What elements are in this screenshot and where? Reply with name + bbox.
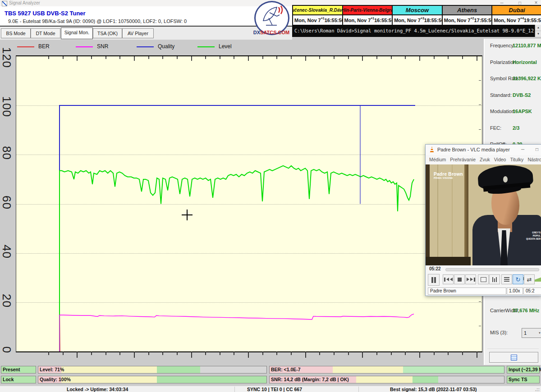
vlc-speed-field[interactable]: 1.00x [507, 287, 523, 295]
tab-dt-mode[interactable]: DT Mode [31, 28, 60, 38]
mis-dropdown[interactable]: 1 ▼ [522, 328, 541, 338]
legend-line-snr [76, 46, 93, 47]
clock-time: 17:55:50 [474, 18, 494, 23]
clock-time: 19:55:50 [524, 18, 541, 23]
clock-utc-offset: +2 [470, 17, 474, 20]
tab-tsa-ok-[interactable]: TSA (OK) [93, 28, 122, 38]
equalizer-button[interactable] [489, 274, 500, 284]
param-value: 31396,922 KS/s [513, 76, 541, 81]
clock-date: Mon, Nov 7 [444, 18, 471, 23]
vlc-menu-n-stroje[interactable]: Nástroje [527, 157, 541, 162]
clock-utc-offset: +1 [321, 17, 325, 20]
x-axis-tick [477, 351, 477, 358]
meter-zone [438, 376, 504, 383]
x-axis-tick [205, 351, 206, 355]
x-axis-tick-top [434, 56, 435, 59]
tab-signal-mon-[interactable]: Signal Mon. [61, 27, 93, 39]
signal-chart [16, 55, 482, 352]
tab-av-player[interactable]: AV Player [122, 28, 154, 38]
vlc-menu-zvuk[interactable]: Zvuk [480, 157, 490, 162]
vlc-video-frame[interactable]: Padre Brown PRIMA VISIONE GREY'SPOPULQUE… [426, 164, 541, 265]
tab-bs-mode[interactable]: BS Mode [1, 28, 31, 38]
param-value: 12110,877 MHz [513, 43, 541, 48]
clock-dubai: DubaiMon, Nov 7+419:55:50 [492, 6, 541, 26]
shuffle-button[interactable]: ⇄ [524, 274, 535, 284]
stop-button[interactable] [454, 274, 465, 284]
logo-text-rest: SATCS.COM [260, 30, 289, 35]
prev-button[interactable] [443, 274, 454, 284]
clock-time-row: Mon, Nov 7+419:55:50 [492, 15, 541, 25]
x-axis-tick-top [276, 56, 277, 59]
clock-time-row: Mon, Nov 7+116:55:50 [293, 15, 342, 25]
x-axis-tick [91, 351, 92, 355]
clock-time: 18:55:50 [424, 18, 444, 23]
next-button[interactable] [465, 274, 476, 284]
vlc-status-bar: Padre Brown 1.00x 05:2 [426, 287, 541, 295]
vlc-minimize-button[interactable]: ─ [521, 147, 524, 152]
command-prompt-scrollbar[interactable]: ▲ ▼ [535, 25, 541, 37]
param-value: DVB-S2 [513, 92, 531, 98]
x-axis-tick-top [134, 56, 135, 61]
legend-line-level [197, 46, 215, 47]
fullscreen-button[interactable] [478, 274, 489, 284]
vlc-menu-video[interactable]: Video [494, 157, 506, 162]
statusbar-separator [358, 387, 359, 392]
vlc-menu-titulky[interactable]: Titulky [510, 157, 523, 162]
meter-zone [403, 366, 504, 373]
command-prompt-text: C:\Users\Roman Dávid>Signal monitoring_P… [294, 28, 541, 33]
dxsatcs-logo: DXSATCS.COM [251, 1, 292, 38]
x-axis-tick-top [391, 56, 392, 59]
mis-label: MIS (3): [490, 330, 508, 335]
legend-line-ber [17, 46, 34, 47]
x-axis-tick-top [177, 56, 178, 59]
clock-date: Mon, Nov 7 [344, 18, 371, 23]
x-axis-tick [162, 351, 163, 355]
clock-moscow: MoscowMon, Nov 7+318:55:50 [393, 6, 443, 26]
mis-selected-value: 1 [524, 330, 527, 336]
clock-utc-offset: +3 [421, 17, 424, 20]
x-axis-tick [334, 351, 335, 355]
command-prompt[interactable]: C:\Users\Roman Dávid>Signal monitoring_P… [292, 25, 541, 37]
x-axis-tick-top [48, 56, 49, 59]
status-meter-row-2: LockQuality: 100%SNR: 14,2 dB (Margin: 7… [0, 376, 541, 383]
uptime-status: Locked -> Uptime: 34:03:34 [67, 387, 128, 392]
indicator-lock: Lock [1, 376, 36, 383]
scroll-down-icon[interactable]: ▼ [535, 31, 541, 37]
vlc-title-bar[interactable]: Padre Brown - VLC media player ─ □ [426, 145, 541, 155]
pause-button[interactable] [428, 274, 440, 286]
meter-zone [356, 376, 413, 383]
x-axis-tick-top [220, 56, 220, 59]
resize-grip[interactable]: .:: [535, 387, 540, 392]
legend-label-ber: BER [38, 43, 50, 50]
clock-lu-enec-slovakia-r-d-vid: Lučenec-Slovakia_R.DávidMon, Nov 7+116:5… [293, 6, 343, 26]
x-axis-tick-top [77, 56, 78, 61]
next-icon [474, 278, 475, 282]
tuner-header: TBS 5927 USB DVB-S2 Tuner 9.0E - Eutelsa… [0, 6, 292, 26]
signal-analyzer-window: Signal Analyzer ─ □ × TBS 5927 USB DVB-S… [0, 0, 541, 392]
status-bar: Locked -> Uptime: 34:03:34 SYNC 10 | TEI… [0, 386, 541, 392]
pause-icon [431, 277, 433, 283]
status-meter-row-1: PresentLevel: 71%BER: <1.0E-7Input (~21,… [0, 366, 541, 374]
next-icon [470, 278, 473, 281]
vlc-menu-m-dium[interactable]: Médium [429, 157, 446, 162]
playlist-button[interactable] [501, 274, 512, 284]
vlc-seek-bar[interactable] [445, 268, 539, 271]
meter-label: Level: 71% [40, 367, 64, 372]
x-axis-tick [319, 351, 320, 355]
vlc-seek-row: 05:22 [426, 265, 541, 273]
y-axis-label-40: 40 [0, 244, 14, 259]
best-signal-status: Best signal: 15,3 dB (2022-11-07 03:53) [390, 387, 477, 392]
transport-stream-button[interactable] [489, 352, 538, 363]
legend-label-snr: SNR [97, 43, 108, 50]
vlc-maximize-button[interactable]: □ [536, 147, 538, 152]
scroll-up-icon[interactable]: ▲ [535, 25, 541, 31]
loop-button[interactable]: ↻ [513, 274, 523, 284]
x-axis-tick [148, 351, 149, 355]
clock-time-row: Mon, Nov 7+318:55:50 [393, 15, 442, 25]
x-axis-tick-top [462, 56, 463, 59]
shuffle-icon: ⇄ [527, 277, 532, 283]
vlc-title-text: Padre Brown - VLC media player [437, 147, 510, 152]
vlc-menu-prehr-vanie[interactable]: Prehrávanie [450, 157, 476, 162]
x-axis-tick-top [234, 56, 234, 59]
tab-strip: BS ModeDT ModeSignal Mon.TSA (OK)AV Play… [0, 26, 292, 40]
